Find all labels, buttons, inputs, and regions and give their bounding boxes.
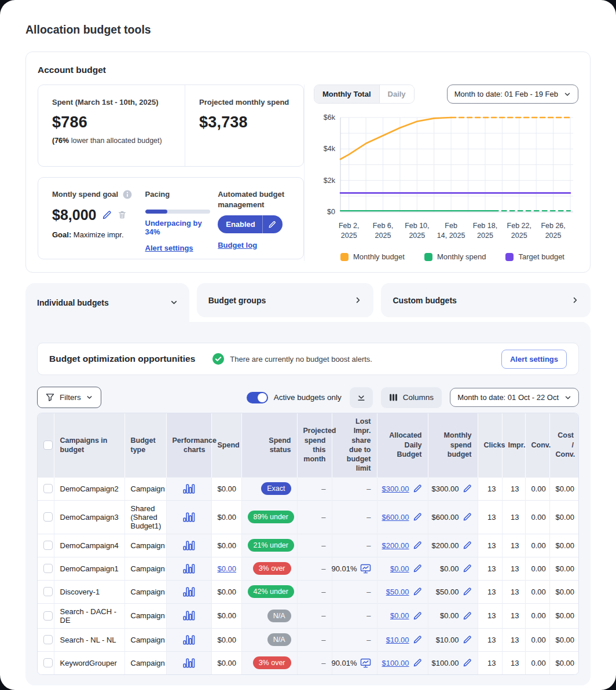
legend-label: Target budget: [518, 252, 564, 261]
performance-chart-icon[interactable]: [173, 611, 206, 621]
conversions-cell: 0.00: [525, 500, 549, 534]
lost-impr-share-cell: 90.01%: [332, 557, 377, 580]
active-budgets-toggle[interactable]: [247, 392, 268, 403]
allocated-daily-budget-link[interactable]: $100.00: [382, 659, 409, 667]
chart-date-range-dropdown[interactable]: Month to date: 01 Feb - 19 Feb: [447, 85, 578, 104]
allocated-daily-budget-link[interactable]: $600.00: [382, 513, 409, 522]
monthly-spend-budget-cell: $50.00: [428, 580, 478, 603]
column-header[interactable]: Allocated Daily Budget: [377, 413, 428, 477]
performance-charts-cell: [166, 651, 211, 674]
edit-pencil-icon[interactable]: [413, 484, 422, 493]
delete-goal-icon[interactable]: [118, 210, 127, 219]
budget-log-link[interactable]: Budget log: [218, 241, 257, 249]
download-button[interactable]: [350, 387, 373, 408]
performance-chart-icon[interactable]: [173, 635, 206, 645]
monitor-chart-icon[interactable]: [360, 658, 371, 668]
edit-pencil-icon[interactable]: [463, 611, 472, 621]
tab-individual-budgets[interactable]: Individual budgets: [25, 283, 189, 322]
edit-pencil-icon[interactable]: [463, 658, 472, 667]
edit-pencil-icon[interactable]: [413, 564, 422, 573]
allocated-daily-budget-link[interactable]: $300.00: [382, 485, 409, 493]
allocated-daily-budget-link[interactable]: $200.00: [382, 541, 409, 550]
column-header[interactable]: Projected spend this month: [297, 413, 332, 477]
allocated-daily-budget-link[interactable]: $0.00: [390, 564, 409, 573]
alert-settings-button[interactable]: Alert settings: [501, 350, 567, 369]
conversions-value: 0.00: [531, 588, 546, 596]
row-checkbox[interactable]: [43, 484, 53, 493]
cost-per-conversion-value: $0.00: [556, 513, 575, 522]
row-checkbox[interactable]: [43, 541, 53, 550]
clicks-cell: 13: [478, 628, 502, 651]
edit-pencil-icon[interactable]: [463, 512, 472, 522]
allocated-daily-budget-link[interactable]: $0.00: [390, 611, 409, 620]
check-circle-icon: [212, 353, 224, 365]
row-checkbox[interactable]: [43, 564, 53, 573]
column-header[interactable]: Campaigns in budget: [54, 413, 124, 477]
spend-link[interactable]: $0.00: [218, 564, 237, 573]
clicks-cell: 13: [478, 651, 502, 674]
lost-impr-value: –: [366, 611, 371, 620]
column-header[interactable]: Lost Impr. share due to budget limit: [332, 413, 377, 477]
column-header[interactable]: Monthly spend budget: [428, 413, 478, 477]
columns-button[interactable]: Columns: [381, 387, 442, 408]
edit-pencil-icon[interactable]: [463, 587, 472, 596]
spent-stat: Spent (March 1st - 10th, 2025) $786 (76%…: [38, 85, 185, 166]
conversions-cell: 0.00: [525, 580, 549, 603]
edit-pencil-icon[interactable]: [463, 484, 472, 493]
edit-pencil-icon[interactable]: [413, 587, 422, 596]
performance-charts-cell: [166, 477, 211, 500]
edit-pencil-icon[interactable]: [463, 635, 472, 644]
column-header[interactable]: Cost / Conv.: [549, 413, 579, 477]
info-icon[interactable]: [123, 190, 132, 199]
row-checkbox[interactable]: [43, 635, 53, 644]
performance-chart-icon[interactable]: [173, 658, 206, 668]
automation-enabled-button[interactable]: Enabled: [218, 215, 283, 233]
projected-spend-value: –: [321, 659, 325, 667]
column-header[interactable]: Spend status: [241, 413, 297, 477]
column-header[interactable]: Budget type: [124, 413, 166, 477]
monitor-chart-icon[interactable]: [360, 564, 371, 574]
edit-pencil-icon[interactable]: [463, 564, 472, 573]
row-checkbox[interactable]: [43, 611, 53, 621]
column-header[interactable]: Conv.: [525, 413, 549, 477]
edit-automation-icon[interactable]: [263, 221, 283, 229]
cost-per-conv-cell: $0.00: [549, 603, 579, 628]
clicks-value: 13: [487, 636, 496, 644]
filters-button[interactable]: Filters: [37, 387, 101, 408]
table-date-range-dropdown[interactable]: Month to date: 01 Oct - 22 Oct: [450, 388, 579, 407]
pacing-alert-settings-link[interactable]: Alert settings: [145, 244, 193, 252]
column-header[interactable]: Impr.: [502, 413, 525, 477]
conversions-cell: 0.00: [525, 603, 549, 628]
pacing-label: Pacing: [145, 189, 218, 200]
performance-chart-icon[interactable]: [173, 564, 206, 574]
allocated-daily-budget-link[interactable]: $50.00: [386, 588, 409, 596]
column-header[interactable]: Spend: [211, 413, 241, 477]
table-row: Search - DACH - DECampaign$0.00N/A––$0.0…: [38, 603, 579, 628]
column-header[interactable]: Performance charts: [166, 413, 211, 477]
tab-custom-budgets[interactable]: Custom budgets: [381, 283, 591, 317]
row-checkbox[interactable]: [43, 658, 53, 667]
column-header[interactable]: Clicks: [478, 413, 502, 477]
edit-goal-icon[interactable]: [102, 210, 112, 220]
performance-chart-icon[interactable]: [173, 587, 206, 597]
impressions-cell: 13: [502, 477, 525, 500]
columns-icon: [389, 393, 398, 402]
edit-pencil-icon[interactable]: [413, 541, 422, 550]
edit-pencil-icon[interactable]: [413, 635, 422, 644]
row-checkbox[interactable]: [43, 587, 53, 596]
lost-impr-share-cell: 90.01%: [332, 651, 377, 674]
tab-monthly-total[interactable]: Monthly Total: [314, 85, 380, 103]
allocated-daily-budget-link[interactable]: $10.00: [386, 636, 409, 644]
performance-chart-icon[interactable]: [173, 484, 206, 494]
select-all-checkbox[interactable]: [43, 441, 53, 450]
edit-pencil-icon[interactable]: [463, 541, 472, 550]
performance-chart-icon[interactable]: [173, 541, 206, 550]
edit-pencil-icon[interactable]: [413, 611, 422, 621]
opportunities-message: There are currently no budget boost aler…: [230, 355, 372, 364]
edit-pencil-icon[interactable]: [413, 658, 422, 667]
tab-budget-groups[interactable]: Budget groups: [197, 283, 374, 317]
edit-pencil-icon[interactable]: [413, 512, 422, 522]
performance-chart-icon[interactable]: [173, 512, 206, 522]
row-checkbox[interactable]: [43, 512, 53, 522]
tab-daily[interactable]: Daily: [380, 85, 414, 103]
